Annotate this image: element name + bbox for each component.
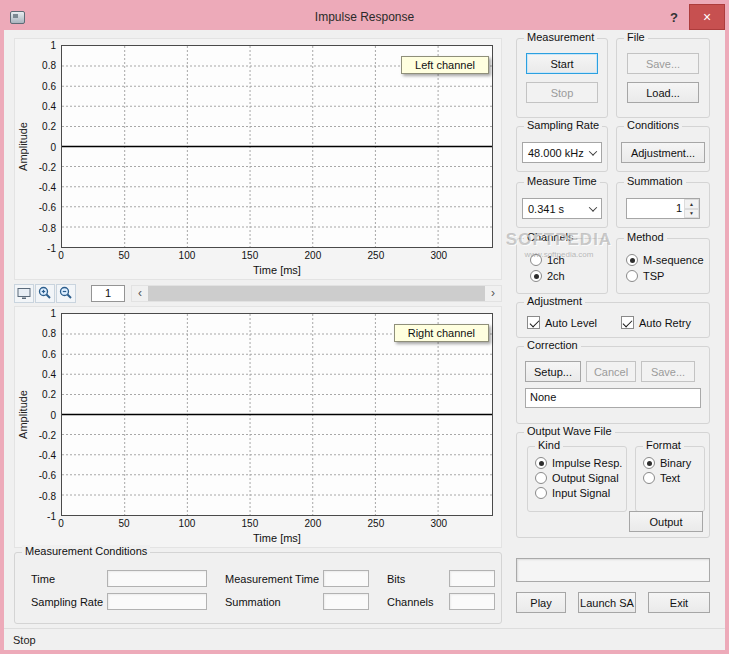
sampling-rate-label: Sampling Rate [31, 596, 107, 608]
stop-button[interactable]: Stop [526, 82, 598, 103]
help-button[interactable]: ? [659, 4, 689, 30]
y-axis-label: Amplitude [17, 122, 29, 171]
play-button[interactable]: Play [516, 592, 566, 613]
dropdown-arrow-button[interactable] [585, 143, 601, 162]
sampling-rate-field [107, 593, 207, 610]
zoom-level-field[interactable]: 1 [91, 285, 125, 302]
zoom-out-button[interactable] [56, 284, 76, 303]
load-button[interactable]: Load... [627, 82, 699, 103]
radio-option-2ch[interactable]: 2ch [530, 270, 607, 282]
output-wave-file-group: Output Wave File Kind Impulse Resp. Outp… [516, 432, 710, 538]
y-axis-label: Amplitude [17, 390, 29, 439]
y-axis-title-wrap: Amplitude [15, 313, 31, 516]
radio-icon [626, 254, 638, 266]
radio-option-output-signal[interactable]: Output Signal [535, 472, 626, 484]
chevron-down-icon [589, 203, 597, 211]
radio-option-1ch[interactable]: 1ch [530, 254, 607, 266]
sampling-rate-select[interactable]: 48.000 kHz [522, 142, 602, 163]
file-group: File Save... Load... [616, 38, 710, 118]
radio-label: M-sequence [643, 254, 704, 266]
group-label: Sampling Rate [524, 119, 602, 131]
measurement-time-field [323, 570, 369, 587]
title-bar[interactable]: Impulse Response ? × [4, 4, 725, 30]
radio-label: Binary [660, 457, 691, 469]
status-text: Stop [13, 634, 36, 646]
zoom-out-icon [58, 285, 74, 301]
time-label: Time [31, 573, 107, 585]
radio-label: Input Signal [552, 487, 610, 499]
channels-field [449, 593, 495, 610]
horizontal-scrollbar[interactable]: ‹ › [131, 285, 502, 302]
group-label: Adjustment [524, 295, 585, 307]
radio-option-m-sequence[interactable]: M-sequence [626, 254, 709, 266]
auto-level-checkbox[interactable]: Auto Level [527, 316, 597, 329]
group-label: Measurement Conditions [22, 545, 150, 557]
group-label: Kind [535, 439, 563, 451]
measurement-group: Measurement Start Stop [516, 38, 608, 118]
radio-option-tsp[interactable]: TSP [626, 270, 709, 282]
radio-label: 1ch [547, 254, 565, 266]
radio-option-binary[interactable]: Binary [643, 457, 704, 469]
correction-setup-button[interactable]: Setup... [525, 361, 581, 382]
radio-label: TSP [643, 270, 664, 282]
scrollbar-thumb[interactable] [148, 286, 485, 301]
radio-icon [643, 457, 655, 469]
chart-toolbar: 1 ‹ › [14, 283, 502, 303]
format-group: Format Binary Text [635, 446, 705, 512]
correction-group: Correction Setup... Cancel Save... None [516, 346, 710, 424]
spin-down-icon[interactable]: ▼ [684, 209, 699, 219]
radio-icon [535, 457, 547, 469]
spinner-buttons: ▲ ▼ [684, 199, 699, 218]
bottom-buttons: Play Launch SA Exit [516, 592, 710, 613]
scroll-right-arrow-icon[interactable]: › [485, 286, 501, 301]
titlebar-buttons: ? × [659, 4, 725, 30]
zoom-in-button[interactable] [35, 284, 55, 303]
launch-sa-button[interactable]: Launch SA [578, 592, 636, 613]
radio-icon [643, 472, 655, 484]
close-icon: × [703, 9, 711, 25]
radio-label: Output Signal [552, 472, 619, 484]
radio-label: Impulse Resp. [552, 457, 622, 469]
output-button[interactable]: Output [629, 511, 703, 532]
auto-retry-checkbox[interactable]: Auto Retry [621, 316, 691, 329]
measure-time-select[interactable]: 0.341 s [522, 198, 602, 219]
radio-option-text[interactable]: Text [643, 472, 704, 484]
summation-label: Summation [207, 596, 323, 608]
fit-view-button[interactable] [14, 284, 34, 303]
correction-status-field: None [525, 388, 701, 408]
measure-time-value: 0.341 s [528, 203, 564, 215]
radio-label: Text [660, 472, 680, 484]
zoom-in-icon [37, 285, 53, 301]
group-label: Method [624, 231, 667, 243]
correction-save-button[interactable]: Save... [641, 361, 695, 382]
scroll-left-arrow-icon[interactable]: ‹ [132, 286, 148, 301]
time-field [107, 570, 207, 587]
grid-and-series [62, 46, 492, 247]
dropdown-arrow-button[interactable] [585, 199, 601, 218]
status-bar: Stop [4, 628, 725, 650]
left-channel-chart: Amplitude 10.80.60.40.20-0.2-0.4-0.6-0.8… [14, 38, 502, 280]
adjustment-button[interactable]: Adjustment... [621, 142, 705, 163]
measure-time-group: Measure Time 0.341 s [516, 182, 608, 228]
radio-icon [530, 254, 542, 266]
summation-spinner[interactable]: 1 ▲ ▼ [626, 198, 700, 219]
start-button[interactable]: Start [526, 53, 598, 74]
channel-badge: Left channel [401, 56, 489, 74]
radio-option-input-signal[interactable]: Input Signal [535, 487, 626, 499]
kind-group: Kind Impulse Resp. Output Signal Input S… [527, 446, 627, 512]
monitor-icon [16, 285, 32, 301]
plot-area: Left channel [61, 45, 493, 248]
summation-group: Summation 1 ▲ ▼ [616, 182, 710, 228]
plot-area: Right channel [61, 313, 493, 516]
group-label: Correction [524, 339, 581, 351]
x-tick-labels: 050100150200250300 [61, 248, 493, 263]
correction-cancel-button[interactable]: Cancel [586, 361, 636, 382]
save-button[interactable]: Save... [627, 53, 699, 74]
spin-up-icon[interactable]: ▲ [684, 199, 699, 209]
close-button[interactable]: × [689, 4, 725, 30]
exit-button[interactable]: Exit [648, 592, 710, 613]
group-label: Summation [624, 175, 686, 187]
radio-option-impulse-resp[interactable]: Impulse Resp. [535, 457, 626, 469]
group-label: Channels [524, 231, 576, 243]
group-label: File [624, 31, 648, 43]
